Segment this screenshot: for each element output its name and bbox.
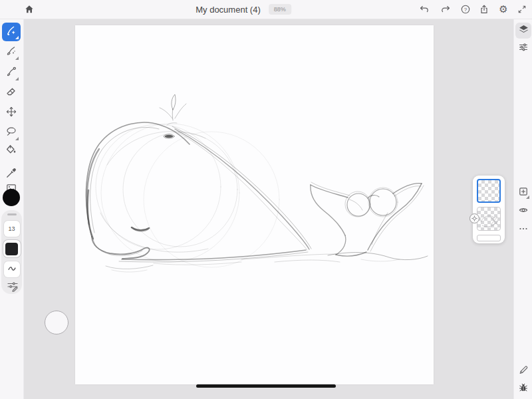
submenu-indicator bbox=[15, 137, 19, 140]
help-icon: ? bbox=[460, 4, 471, 15]
secondary-swatch bbox=[5, 243, 18, 255]
document-title: My document (4) bbox=[196, 5, 261, 15]
expand-window-button[interactable] bbox=[514, 1, 530, 17]
debug-bug-icon bbox=[518, 382, 529, 396]
adjustments-icon bbox=[518, 42, 529, 55]
home-button[interactable] bbox=[21, 1, 37, 17]
paint-bucket-icon bbox=[5, 144, 17, 158]
settings-button[interactable]: ⚙ bbox=[495, 1, 511, 17]
layers-icon bbox=[518, 24, 529, 38]
tool-pixel-brush[interactable] bbox=[2, 23, 21, 41]
layer-badge-icon bbox=[469, 213, 479, 223]
layer-thumbnail-1[interactable] bbox=[477, 179, 501, 203]
expand-icon bbox=[517, 5, 527, 14]
tool-transform-move[interactable] bbox=[2, 104, 21, 122]
pencil-icon bbox=[518, 364, 529, 378]
redo-button[interactable] bbox=[438, 1, 454, 17]
sliders-pencil-icon bbox=[6, 283, 19, 295]
submenu-indicator bbox=[15, 36, 19, 39]
brush-size-value: 13 bbox=[8, 225, 15, 232]
debug-button[interactable] bbox=[515, 381, 531, 397]
zoom-level-badge[interactable]: 88% bbox=[269, 4, 291, 15]
eraser-icon bbox=[5, 86, 17, 100]
brush-options-button[interactable] bbox=[6, 279, 19, 293]
svg-text:?: ? bbox=[464, 7, 467, 13]
redo-icon bbox=[440, 4, 451, 15]
layer-options-button[interactable] bbox=[515, 222, 531, 238]
fresco-app-window: My document (4) 88% ? bbox=[0, 0, 532, 399]
layer-thumbnail-3[interactable] bbox=[477, 235, 501, 241]
undo-icon bbox=[419, 4, 430, 15]
panel-drag-handle[interactable] bbox=[7, 213, 17, 215]
layer-sketch-preview bbox=[477, 207, 501, 231]
share-button[interactable] bbox=[476, 1, 492, 17]
submenu-indicator bbox=[15, 77, 19, 80]
pencil-input-button[interactable] bbox=[515, 363, 531, 379]
move-icon bbox=[5, 106, 17, 120]
add-layer-button[interactable] bbox=[515, 185, 531, 201]
layers-panel bbox=[473, 176, 505, 243]
submenu-indicator bbox=[15, 57, 19, 60]
top-toolbar: My document (4) 88% ? bbox=[0, 0, 532, 19]
tool-live-brush[interactable] bbox=[2, 43, 21, 62]
brush-size-button[interactable]: 13 bbox=[4, 221, 20, 237]
tool-vector-brush[interactable] bbox=[2, 64, 21, 82]
panel-sidebar bbox=[513, 19, 532, 399]
touch-shortcut-button[interactable] bbox=[45, 311, 68, 334]
layers-panel-button[interactable] bbox=[515, 23, 531, 39]
eye-icon bbox=[518, 205, 529, 218]
more-options-icon bbox=[518, 223, 529, 237]
brush-settings-panel: 13 bbox=[1, 210, 22, 294]
eyedropper-icon bbox=[5, 167, 17, 182]
tool-lasso-select[interactable] bbox=[2, 124, 21, 142]
smoothing-button[interactable] bbox=[4, 261, 20, 277]
home-icon bbox=[24, 4, 35, 15]
undo-button[interactable] bbox=[416, 1, 432, 17]
drawing-canvas[interactable] bbox=[75, 25, 434, 384]
share-icon bbox=[479, 4, 489, 15]
color-picker-swatch[interactable] bbox=[3, 189, 20, 206]
submenu-indicator bbox=[526, 196, 529, 199]
layer-visibility-button[interactable] bbox=[515, 203, 531, 219]
tool-paint-fill[interactable] bbox=[2, 142, 21, 160]
layer-thumbnail-2[interactable] bbox=[477, 207, 501, 231]
adjustments-button[interactable] bbox=[515, 41, 531, 57]
whale-sketch bbox=[75, 25, 434, 384]
document-header: My document (4) 88% bbox=[196, 0, 291, 19]
wave-icon bbox=[7, 263, 17, 275]
tool-sidebar: 13 bbox=[0, 19, 24, 399]
secondary-swatch-button[interactable] bbox=[3, 240, 21, 257]
home-indicator-bar[interactable] bbox=[196, 384, 336, 388]
tool-eraser[interactable] bbox=[2, 84, 21, 102]
help-button[interactable]: ? bbox=[458, 1, 473, 17]
settings-gear-icon: ⚙ bbox=[499, 5, 507, 15]
